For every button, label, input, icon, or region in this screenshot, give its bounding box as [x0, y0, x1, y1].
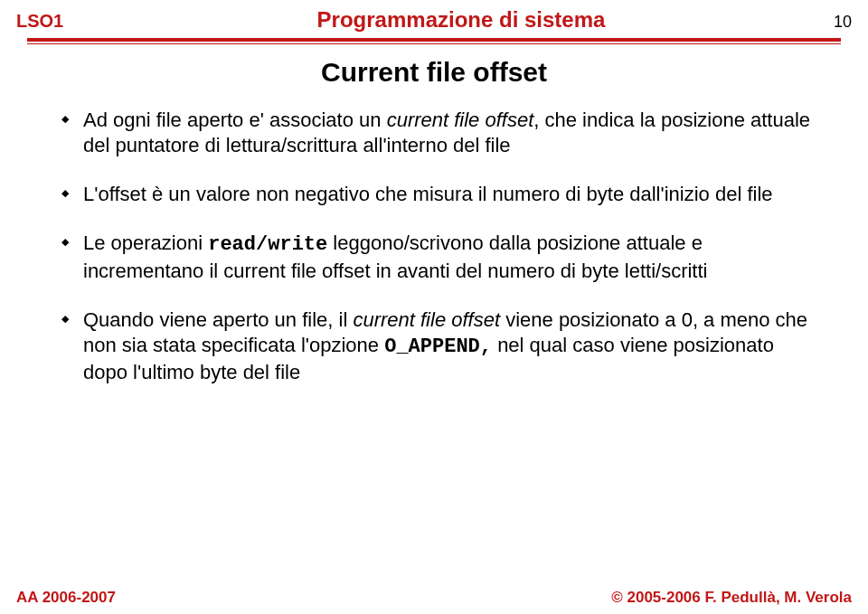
bullet-4-text-pre: Quando viene aperto un file, il — [83, 308, 353, 331]
header-left: LSO1 — [16, 11, 125, 32]
bullet-3-code-write: write — [268, 233, 327, 256]
bullet-3-code-read: read — [208, 233, 256, 256]
bullet-1: Ad ogni file aperto e' associato un curr… — [61, 108, 821, 158]
header-row: LSO1 Programmazione di sistema 10 — [16, 7, 852, 33]
bullet-3: Le operazioni read/write leggono/scrivon… — [61, 231, 821, 283]
page-number: 10 — [797, 13, 852, 32]
header-rule — [27, 38, 841, 44]
slide: LSO1 Programmazione di sistema 10 Curren… — [0, 0, 868, 614]
bullet-2: L'offset è un valore non negativo che mi… — [61, 182, 821, 207]
footer-right: © 2005-2006 F. Pedullà, M. Verola — [611, 589, 852, 607]
bullet-4-emph: current file offset — [353, 308, 500, 331]
bullet-2-text: L'offset è un valore non negativo che mi… — [83, 183, 773, 205]
slide-title: Current file offset — [0, 57, 868, 88]
footer-left: AA 2006-2007 — [16, 589, 116, 607]
bullet-1-text-pre: Ad ogni file aperto e' associato un — [83, 109, 387, 131]
bullet-4-code: O_APPEND — [384, 335, 480, 358]
header: LSO1 Programmazione di sistema 10 — [0, 0, 868, 44]
bullet-list: Ad ogni file aperto e' associato un curr… — [61, 108, 821, 385]
bullet-4: Quando viene aperto un file, il current … — [61, 307, 821, 385]
bullet-4-code-punct: , — [480, 335, 492, 358]
bullet-1-emph: current file offset — [387, 109, 534, 131]
slide-body: Ad ogni file aperto e' associato un curr… — [0, 108, 868, 385]
bullet-3-code-sep: / — [256, 233, 268, 256]
bullet-3-text-pre: Le operazioni — [83, 231, 208, 254]
header-center: Programmazione di sistema — [125, 7, 797, 33]
footer: AA 2006-2007 © 2005-2006 F. Pedullà, M. … — [0, 589, 868, 607]
